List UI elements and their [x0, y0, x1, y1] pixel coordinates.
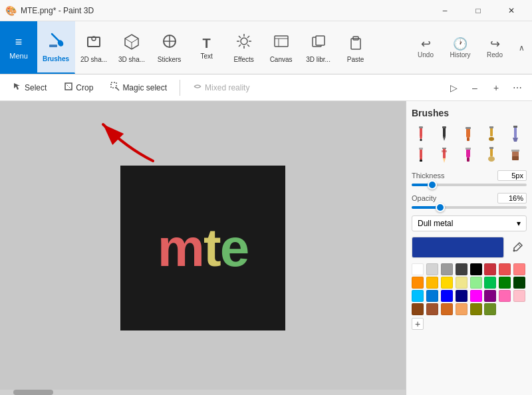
color-swatch-23[interactable] — [513, 290, 525, 302]
color-swatch-2[interactable] — [441, 263, 453, 275]
color-swatch-24[interactable] — [412, 303, 424, 315]
horizontal-scrollbar[interactable] — [0, 390, 406, 395]
color-swatch-26[interactable] — [441, 303, 453, 315]
color-swatch-4[interactable] — [470, 263, 482, 275]
color-swatch-14[interactable] — [499, 277, 511, 289]
ribbon-3dshapes[interactable]: 3D sha... — [113, 21, 151, 74]
scrollbar-thumb[interactable] — [13, 390, 53, 395]
play-button[interactable]: ▷ — [444, 78, 463, 97]
zoom-in-button[interactable]: + — [487, 78, 505, 97]
ribbon-paste[interactable]: Paste — [337, 21, 374, 74]
material-label: Dull metal — [418, 219, 453, 228]
color-swatch-20[interactable] — [470, 290, 482, 302]
zoom-out-button[interactable]: – — [466, 78, 484, 97]
add-color-button[interactable]: + — [412, 318, 424, 330]
undo-button[interactable]: ↩ Undo — [410, 34, 442, 61]
color-swatch-10[interactable] — [441, 277, 453, 289]
ribbon-text[interactable]: T Text — [188, 21, 225, 74]
color-swatch-17[interactable] — [426, 290, 438, 302]
svg-rect-47 — [513, 126, 517, 128]
brush-marker2[interactable] — [459, 146, 477, 165]
menu-button[interactable]: ≡ Menu — [0, 21, 37, 74]
color-swatch-15[interactable] — [513, 277, 525, 289]
brush-calligraphy1[interactable] — [482, 125, 501, 144]
magic-select-icon — [110, 82, 120, 93]
title-bar-text: MTE.png* - Paint 3D — [21, 6, 430, 15]
ribbon-stickers[interactable]: Stickers — [151, 21, 188, 74]
svg-rect-35 — [420, 139, 422, 141]
brush-watercolor[interactable] — [482, 146, 501, 165]
history-button[interactable]: 🕐 History — [444, 34, 476, 61]
color-swatch-12[interactable] — [470, 277, 482, 289]
color-swatch-6[interactable] — [499, 263, 511, 275]
brush-pencil2[interactable] — [412, 146, 430, 165]
ribbon-expand-button[interactable]: ∧ — [513, 40, 529, 56]
svg-rect-54 — [442, 150, 447, 152]
material-selector[interactable]: Dull metal ▾ — [412, 215, 527, 231]
color-swatch-9[interactable] — [426, 277, 438, 289]
ribbon-brushes[interactable]: Brushes — [37, 21, 75, 74]
brush-pencil[interactable] — [412, 125, 430, 144]
more-options-button[interactable]: ⋯ — [508, 78, 527, 97]
brush-crayon[interactable] — [435, 146, 454, 165]
undo-icon: ↩ — [421, 37, 431, 51]
mte-text: mte — [158, 217, 248, 279]
history-label: History — [450, 51, 470, 59]
color-swatch-11[interactable] — [456, 277, 467, 289]
color-swatch-25[interactable] — [426, 303, 438, 315]
ribbon-right-controls: ↩ Undo 🕐 History ↪ Redo ∧ — [407, 21, 532, 74]
maximize-button[interactable]: □ — [463, 0, 493, 21]
opacity-slider-thumb[interactable] — [436, 203, 445, 212]
text-label: Text — [200, 53, 212, 60]
brush-eraser[interactable] — [506, 146, 525, 165]
close-button[interactable]: ✕ — [496, 0, 527, 21]
svg-line-18 — [247, 45, 249, 47]
ribbon-3dlibraries[interactable]: 3D libr... — [300, 21, 337, 74]
color-swatch-0[interactable] — [412, 263, 424, 275]
magic-select-button[interactable]: Magic select — [103, 78, 174, 96]
mixed-reality-button: Mixed reality — [186, 78, 257, 96]
svg-rect-59 — [490, 148, 493, 156]
opacity-input[interactable] — [497, 193, 527, 203]
ribbon-canvas[interactable]: Canvas — [263, 21, 300, 74]
color-swatch-1[interactable] — [426, 263, 438, 275]
brushes-label: Brushes — [43, 55, 69, 63]
arrow-annotation — [86, 114, 166, 170]
ribbon-effects[interactable]: Effects — [225, 21, 263, 74]
thickness-input[interactable] — [497, 170, 527, 181]
color-swatch-18[interactable] — [441, 290, 453, 302]
thickness-slider-thumb[interactable] — [428, 180, 437, 190]
color-swatch-19[interactable] — [456, 290, 467, 302]
brush-marker[interactable] — [459, 125, 477, 144]
opacity-slider-track[interactable] — [412, 206, 527, 209]
color-swatch-22[interactable] — [499, 290, 511, 302]
color-swatch-29[interactable] — [484, 303, 496, 315]
color-swatch-5[interactable] — [484, 263, 496, 275]
color-swatch-8[interactable] — [412, 277, 424, 289]
minimize-button[interactable]: – — [430, 0, 460, 21]
svg-line-65 — [518, 244, 521, 247]
brush-grid — [412, 125, 527, 165]
color-swatch-16[interactable] — [412, 290, 424, 302]
color-swatch-27[interactable] — [456, 303, 467, 315]
brush-pen[interactable] — [435, 125, 454, 144]
menu-icon: ≡ — [15, 35, 23, 49]
thickness-slider-track[interactable] — [412, 184, 527, 186]
select-button[interactable]: Select — [5, 78, 54, 96]
color-swatch-13[interactable] — [484, 277, 496, 289]
redo-button[interactable]: ↪ Redo — [479, 34, 511, 61]
svg-rect-30 — [111, 82, 116, 88]
svg-line-6 — [125, 39, 132, 43]
color-swatch-3[interactable] — [456, 263, 467, 275]
svg-rect-32 — [420, 128, 422, 137]
color-swatch-21[interactable] — [484, 290, 496, 302]
custom-colors-row: + — [412, 318, 527, 330]
svg-marker-53 — [443, 158, 446, 163]
color-swatch-28[interactable] — [470, 303, 482, 315]
eyedropper-button[interactable] — [508, 238, 527, 257]
active-color-swatch[interactable] — [412, 237, 504, 258]
color-swatch-7[interactable] — [513, 263, 525, 275]
brush-calligraphy2[interactable] — [506, 125, 525, 144]
crop-button[interactable]: Crop — [57, 78, 100, 96]
ribbon-2dshapes[interactable]: 2D sha... — [75, 21, 113, 74]
